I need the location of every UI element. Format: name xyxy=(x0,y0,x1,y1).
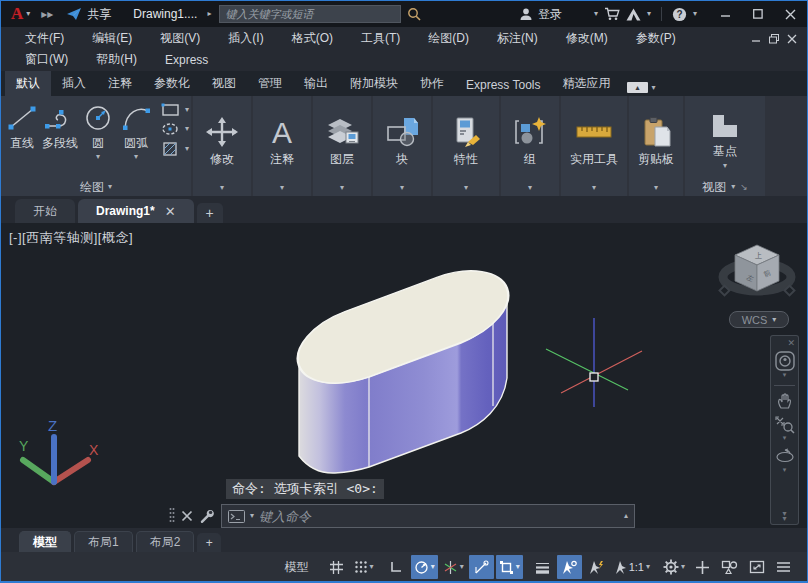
panel-modify[interactable]: 修改 ▾ xyxy=(193,96,251,196)
ribbon-tab-insert[interactable]: 插入 xyxy=(51,71,97,96)
autodesk-logo-icon[interactable] xyxy=(626,8,641,21)
menu-help[interactable]: 帮助(H) xyxy=(82,51,151,68)
app-menu-button[interactable]: A ▾ xyxy=(5,2,36,26)
annotation-visibility-toggle[interactable] xyxy=(557,555,582,579)
close-button[interactable] xyxy=(777,4,803,24)
customization-button[interactable] xyxy=(771,555,796,579)
ribbon-tab-annotate[interactable]: 注释 xyxy=(97,71,143,96)
menu-dimension[interactable]: 标注(N) xyxy=(483,30,552,47)
polyline-tool-button[interactable]: 多段线 xyxy=(41,100,79,152)
menu-insert[interactable]: 插入(I) xyxy=(214,30,277,47)
menu-modify[interactable]: 修改(M) xyxy=(552,30,622,47)
polar-dropdown-icon[interactable]: ▾ xyxy=(431,563,435,571)
arc-dropdown-icon[interactable]: ▾ xyxy=(134,153,138,161)
draw-panel-title[interactable]: 绘图▾ xyxy=(1,178,191,196)
file-tab-start[interactable]: 开始 xyxy=(15,199,75,223)
menu-parametric[interactable]: 参数(P) xyxy=(622,30,690,47)
panel-annotation[interactable]: A 注释 ▾ xyxy=(253,96,311,196)
autodesk-dropdown-icon[interactable]: ▾ xyxy=(647,10,651,18)
help-dropdown-icon[interactable]: ▾ xyxy=(693,10,697,18)
annotation-monitor-button[interactable] xyxy=(690,555,715,579)
new-drawing-tab-button[interactable]: + xyxy=(197,203,223,223)
doc-minimize-button[interactable] xyxy=(752,34,761,44)
command-expand-icon[interactable]: ▴ xyxy=(624,512,628,520)
panel-utilities[interactable]: 实用工具 ▾ xyxy=(561,96,627,196)
menu-tools[interactable]: 工具(T) xyxy=(347,30,414,47)
zoom-dropdown-icon[interactable]: ▾ xyxy=(783,434,787,442)
maximize-button[interactable] xyxy=(745,4,771,24)
quick-access-expand-icon[interactable]: ▸▸ xyxy=(41,7,53,21)
grid-toggle[interactable] xyxy=(324,555,349,579)
annotation-scale-button[interactable]: 1:1▾ xyxy=(611,555,653,579)
pan-button[interactable] xyxy=(776,389,794,413)
menu-format[interactable]: 格式(O) xyxy=(278,30,347,47)
command-input[interactable] xyxy=(259,509,619,524)
panel-groups[interactable]: 组 ▾ xyxy=(501,96,559,196)
ribbon-tab-parametric[interactable]: 参数化 xyxy=(143,71,201,96)
ribbon-tab-addins[interactable]: 附加模块 xyxy=(339,71,409,96)
base-point-button[interactable]: 基点 ▾ xyxy=(707,111,743,170)
layout-tab-layout1[interactable]: 布局1 xyxy=(74,531,133,552)
menu-draw[interactable]: 绘图(D) xyxy=(414,30,483,47)
orbit-button[interactable]: ▾ xyxy=(775,445,795,477)
signin-dropdown-icon[interactable]: ▾ xyxy=(594,10,598,18)
ribbon-tab-output[interactable]: 输出 xyxy=(293,71,339,96)
wheel-dropdown-icon[interactable]: ▾ xyxy=(783,371,787,379)
navigation-wheel-button[interactable]: ▾ xyxy=(775,348,795,382)
lineweight-toggle[interactable] xyxy=(530,555,555,579)
ortho-toggle[interactable] xyxy=(384,555,409,579)
menu-window[interactable]: 窗口(W) xyxy=(11,51,82,68)
navbar-close-icon[interactable]: ✕ xyxy=(787,338,795,348)
doc-close-button[interactable] xyxy=(787,34,797,44)
panel-layers[interactable]: 图层 ▾ xyxy=(313,96,371,196)
circle-tool-button[interactable]: 圆 ▾ xyxy=(79,100,117,161)
help-icon[interactable]: ? xyxy=(672,7,687,22)
osnap-dropdown-icon[interactable]: ▾ xyxy=(516,563,520,571)
line-tool-button[interactable]: 直线 xyxy=(3,100,41,152)
ribbon-tab-manage[interactable]: 管理 xyxy=(247,71,293,96)
wcs-dropdown[interactable]: WCS▾ xyxy=(729,311,789,328)
hatch-tool-button[interactable]: ▾ xyxy=(161,141,189,157)
viewport-controls[interactable]: [-][西南等轴测][概念] xyxy=(9,229,133,247)
command-drag-handle[interactable] xyxy=(169,507,175,525)
snap-dropdown-icon[interactable]: ▾ xyxy=(370,563,374,571)
share-button[interactable]: 共享 xyxy=(66,6,111,23)
ribbon-tab-express-tools[interactable]: Express Tools xyxy=(455,74,551,96)
clean-screen-button[interactable] xyxy=(744,555,769,579)
tab-close-icon[interactable]: ✕ xyxy=(165,204,176,219)
zoom-extents-button[interactable]: ▾ xyxy=(775,413,795,445)
menu-edit[interactable]: 编辑(E) xyxy=(78,30,146,47)
menu-file[interactable]: 文件(F) xyxy=(11,30,78,47)
command-input-field[interactable]: ▾ ▴ xyxy=(221,504,635,528)
ribbon-tab-view[interactable]: 视图 xyxy=(201,71,247,96)
title-expand-icon[interactable]: ▸ xyxy=(207,10,211,18)
orbit-dropdown-icon[interactable]: ▾ xyxy=(783,466,787,474)
isometric-drafting-toggle[interactable]: ▾ xyxy=(440,555,467,579)
command-close-icon[interactable] xyxy=(181,510,193,522)
search-icon[interactable] xyxy=(407,7,422,22)
signin-button[interactable]: 登录 xyxy=(519,6,562,23)
scale-dropdown-icon[interactable]: ▾ xyxy=(646,563,650,571)
panel-clipboard[interactable]: 剪贴板 ▾ xyxy=(629,96,683,196)
ribbon-tab-collaborate[interactable]: 协作 xyxy=(409,71,455,96)
rectangle-tool-button[interactable]: ▾ xyxy=(161,103,189,117)
annotation-autoscale-toggle[interactable] xyxy=(584,555,609,579)
command-prompt-icon[interactable] xyxy=(228,510,245,523)
object-snap-tracking-toggle[interactable] xyxy=(469,555,494,579)
doc-restore-button[interactable] xyxy=(769,34,779,44)
navbar-more-icon[interactable]: ▾▾ xyxy=(782,512,786,522)
snap-mode-toggle[interactable]: ▾ xyxy=(351,555,377,579)
cart-icon[interactable] xyxy=(604,7,620,21)
circle-dropdown-icon[interactable]: ▾ xyxy=(96,153,100,161)
workspace-dropdown-icon[interactable]: ▾ xyxy=(681,563,685,571)
model-space-toggle[interactable]: 模型 xyxy=(277,555,317,579)
ribbon-tab-featured-apps[interactable]: 精选应用 xyxy=(551,71,621,96)
panel-properties[interactable]: 特性 ▾ xyxy=(433,96,499,196)
object-snap-toggle[interactable]: ▾ xyxy=(496,555,523,579)
workspace-switching-button[interactable]: ▾ xyxy=(660,555,688,579)
drawing-canvas[interactable]: Y X Z [-][西南等轴测][概念] 左 前 上 WCS▾ ✕ ▾ xyxy=(1,223,807,528)
viewcube[interactable]: 左 前 上 xyxy=(715,237,799,307)
panel-launcher-icon[interactable]: ↘ xyxy=(740,182,748,192)
layout-tab-layout2[interactable]: 布局2 xyxy=(136,531,195,552)
command-tools-wrench-icon[interactable] xyxy=(199,508,215,524)
